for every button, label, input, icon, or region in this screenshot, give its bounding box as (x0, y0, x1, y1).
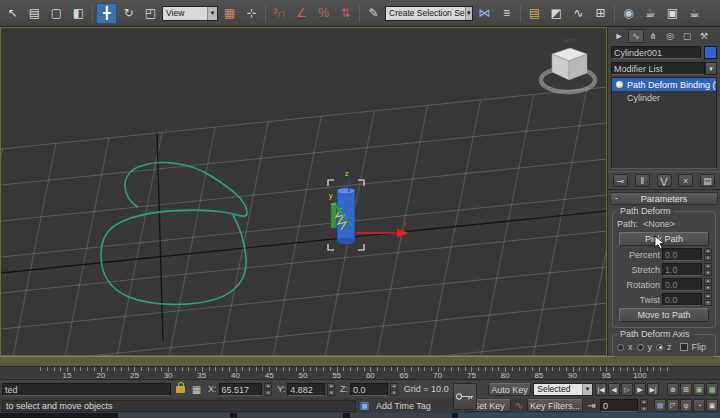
show-end-result-icon[interactable]: ‖ (635, 174, 650, 187)
ruler-tick (350, 367, 351, 371)
align-icon[interactable]: ≡ (496, 3, 517, 24)
axis-radio-z[interactable] (656, 344, 663, 351)
rotation-spinner[interactable]: ▲▼ (704, 278, 712, 291)
named-selection-set-dropdown[interactable]: Create Selection Se▼ (385, 6, 473, 21)
percent-field[interactable]: 0.0 (662, 248, 702, 261)
move-to-path-button[interactable]: Move to Path (619, 308, 709, 322)
perspective-viewport[interactable]: x y z FRONT (0, 27, 607, 356)
go-to-start-button[interactable]: |◀ (595, 383, 607, 396)
coord-y-spinner[interactable]: ▲▼ (327, 383, 335, 396)
modifier-stack-item[interactable]: Cylinder (612, 91, 716, 104)
schematic-view-icon[interactable]: ⊞ (590, 3, 611, 24)
zoom-extents-all-icon[interactable]: ▩ (706, 383, 718, 396)
render-production-icon[interactable]: ☕ (684, 3, 705, 24)
stretch-spinner[interactable]: ▲▼ (704, 263, 712, 276)
modifier-stack[interactable]: Path Deform Binding (WSCylinder (611, 77, 717, 169)
rotation-field[interactable]: 0.0 (662, 278, 702, 291)
render-setup-icon[interactable]: ☕ (640, 3, 661, 24)
zoom-region-icon[interactable]: ◸ (667, 399, 679, 412)
spinner-snap-icon[interactable]: ⇅ (335, 3, 356, 24)
snaps-toggle-icon[interactable]: ³∩ (269, 3, 290, 24)
remove-modifier-icon[interactable]: × (678, 174, 693, 187)
edit-named-selection-sets-icon[interactable]: ✎ (363, 3, 384, 24)
orbit-icon[interactable]: ◔ (693, 399, 705, 412)
track-bar-ruler[interactable]: 1520253035404550556065707580859095100 (0, 367, 720, 380)
parameters-rollout-header[interactable]: - Parameters (610, 192, 718, 205)
select-and-rotate-icon[interactable]: ↻ (118, 3, 139, 24)
object-color-swatch[interactable] (704, 46, 717, 59)
tab-hierarchy[interactable]: ⋔ (645, 29, 661, 43)
axis-radio-y[interactable] (637, 344, 644, 351)
play-button[interactable]: ▷ (621, 383, 633, 396)
tab-utilities[interactable]: ⚒ (696, 29, 712, 43)
layer-manager-icon[interactable]: ▤ (524, 3, 545, 24)
maximize-viewport-icon[interactable]: ▣ (706, 399, 718, 412)
select-and-scale-icon[interactable]: ◰ (140, 3, 161, 24)
selection-lock-icon[interactable] (176, 386, 185, 393)
twist-spinner[interactable]: ▲▼ (704, 293, 712, 306)
add-time-tag-label[interactable]: Add Time Tag (373, 401, 443, 411)
pan-icon[interactable]: ψ (680, 399, 692, 412)
isolate-selection-icon[interactable]: ▣ (358, 400, 371, 411)
tab-display[interactable]: ▢ (679, 29, 695, 43)
modifier-list-arrow-icon[interactable]: ▼ (705, 62, 717, 75)
current-frame-field[interactable]: 0 (600, 399, 638, 412)
use-pivot-point-center-icon[interactable]: ▦ (219, 3, 240, 24)
zoom-all-icon[interactable]: ⊞ (680, 383, 692, 396)
zoom-icon[interactable]: ⊕ (667, 383, 679, 396)
material-editor-icon[interactable]: ◉ (618, 3, 639, 24)
angle-snap-icon[interactable]: ∠ (291, 3, 312, 24)
spline-path-curve[interactable] (101, 163, 247, 305)
rectangular-selection-region-icon[interactable]: ▢ (46, 3, 67, 24)
rendered-frame-window-icon[interactable]: ▣ (662, 3, 683, 24)
next-frame-button[interactable]: ▶ (634, 383, 646, 396)
frame-spinner[interactable]: ▲▼ (640, 399, 648, 412)
modifier-enabled-bulb-icon[interactable] (616, 81, 623, 88)
twist-field[interactable]: 0.0 (662, 293, 702, 306)
coord-z-spinner[interactable]: ▲▼ (390, 383, 398, 396)
dropdown-arrow-icon[interactable]: ▼ (207, 7, 217, 20)
time-slider-track[interactable] (0, 356, 720, 367)
percent-snap-icon[interactable]: % (313, 3, 334, 24)
tab-motion[interactable]: ◎ (662, 29, 678, 43)
reference-coordinate-system-dropdown[interactable]: View▼ (162, 6, 218, 21)
dropdown-arrow-icon[interactable]: ▼ (465, 7, 472, 20)
tab-modify[interactable]: ∿ (628, 29, 644, 43)
previous-frame-button[interactable]: ◀ (608, 383, 620, 396)
coord-x-spinner[interactable]: ▲▼ (264, 383, 272, 396)
stretch-field[interactable]: 1.0 (662, 263, 702, 276)
key-tangent-curve-icon[interactable]: ∿ (513, 399, 525, 412)
percent-spinner[interactable]: ▲▼ (704, 248, 712, 261)
make-unique-icon[interactable]: ⋁ (657, 174, 672, 187)
set-keys-button[interactable] (453, 383, 477, 410)
coord-x-field[interactable]: 65.517 (219, 383, 263, 396)
object-name-field[interactable]: Cylinder001 (611, 46, 701, 59)
select-and-manipulate-icon[interactable]: ⊹ (241, 3, 262, 24)
window-crossing-icon[interactable]: ◧ (68, 3, 89, 24)
key-filter-dropdown[interactable]: Selected ▼ (533, 383, 593, 396)
mirror-icon[interactable]: ⋈ (474, 3, 495, 24)
key-mode-toggle-icon[interactable]: ⇥ (585, 400, 598, 411)
dropdown-arrow-icon[interactable]: ▼ (582, 384, 592, 395)
axis-radio-x[interactable] (617, 344, 624, 351)
absolute-mode-icon[interactable]: ▦ (190, 384, 203, 395)
go-to-end-button[interactable]: ▶| (647, 383, 659, 396)
pin-stack-icon[interactable]: ⊸ (613, 174, 628, 187)
coord-y-field[interactable]: 4.882 (287, 383, 325, 396)
select-object-icon[interactable]: ↖ (2, 3, 23, 24)
auto-key-button[interactable]: Auto Key (488, 383, 532, 396)
graphite-ribbon-icon[interactable]: ◩ (546, 3, 567, 24)
tab-create[interactable]: ► (611, 29, 627, 43)
select-and-move-icon[interactable]: ╋ (96, 3, 117, 24)
coord-z-field[interactable]: 0.0 (350, 383, 388, 396)
curve-editor-icon[interactable]: ∿ (568, 3, 589, 24)
modifier-list-dropdown[interactable]: Modifier List (611, 62, 705, 75)
select-by-name-icon[interactable]: ▤ (24, 3, 45, 24)
maxscript-mini-listener-icon[interactable]: ▤ (654, 399, 666, 412)
flip-checkbox[interactable] (680, 343, 688, 351)
viewcube[interactable]: FRONT (541, 38, 595, 92)
key-filters-button[interactable]: Key Filters... (527, 399, 583, 412)
zoom-extents-icon[interactable]: ▣ (693, 383, 705, 396)
modifier-stack-item[interactable]: Path Deform Binding (WS (612, 78, 716, 91)
configure-modifier-sets-icon[interactable]: ▤ (700, 174, 715, 187)
